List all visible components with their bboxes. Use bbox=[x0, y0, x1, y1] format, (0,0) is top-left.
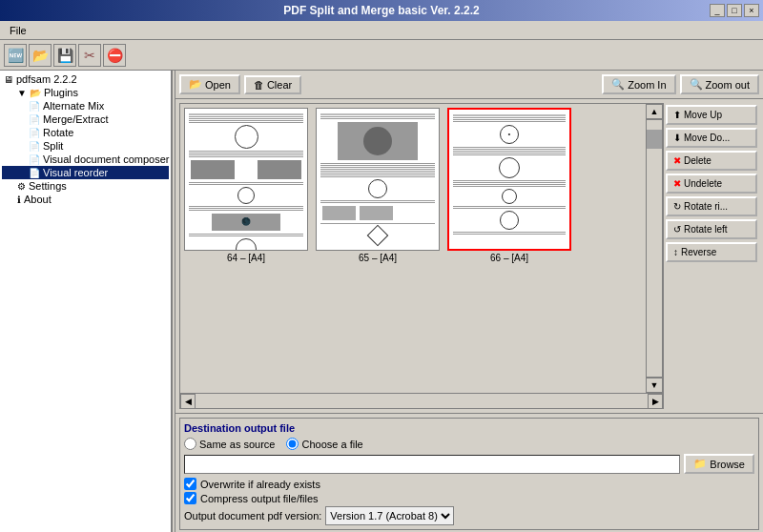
version-label: Output document pdf version: bbox=[184, 510, 321, 522]
radio-same-as-source[interactable]: Same as source bbox=[184, 438, 275, 450]
vscroll-up-button[interactable]: ▲ bbox=[646, 104, 663, 119]
overwrite-checkbox[interactable] bbox=[184, 478, 196, 490]
title-bar: PDF Split and Merge basic Ver. 2.2.2 _ □… bbox=[0, 0, 763, 21]
browse-button[interactable]: 📁 Browse bbox=[684, 454, 754, 474]
minimize-button[interactable]: _ bbox=[710, 4, 725, 17]
version-select[interactable]: Version 1.7 (Acrobat 8) bbox=[325, 506, 454, 525]
destination-panel: Destination output file Same as source C… bbox=[179, 418, 759, 530]
menu-bar: File bbox=[0, 21, 763, 40]
open-button[interactable]: 📂 bbox=[29, 44, 52, 67]
undelete-button[interactable]: ✖ Undelete bbox=[666, 174, 757, 194]
file-icon-5: 📄 bbox=[29, 154, 40, 165]
new-button[interactable]: 🆕 bbox=[4, 44, 27, 67]
page-label-66: 66 – [A4] bbox=[490, 253, 528, 263]
viewer-vscroll[interactable]: ▲ ▼ bbox=[646, 104, 663, 393]
main-layout: 🖥 pdfsam 2.2.2 ▼ 📂 Plugins 📄 Alternate M… bbox=[0, 71, 763, 532]
page-thumb-64[interactable]: 🌑 64 – [A4] bbox=[184, 108, 308, 263]
tree-plugins-label: Plugins bbox=[44, 87, 78, 98]
overwrite-row: Overwrite if already exists bbox=[184, 478, 754, 490]
right-panel: 📂 Open 🗑 Clear 🔍 Zoom In 🔍 Zoom out bbox=[175, 71, 763, 532]
tree-alternate-mix-label: Alternate Mix bbox=[43, 100, 104, 112]
vscroll-thumb[interactable] bbox=[647, 130, 662, 149]
undelete-icon: ✖ bbox=[673, 178, 681, 189]
about-icon: ℹ bbox=[17, 194, 21, 205]
tree-expand-icon: ▼ bbox=[17, 88, 27, 98]
rotate-right-button[interactable]: ↻ Rotate ri... bbox=[666, 196, 757, 216]
page-image-66[interactable]: • bbox=[447, 108, 571, 251]
bottom-section: Destination output file Same as source C… bbox=[175, 413, 763, 532]
tree-alternate-mix[interactable]: 📄 Alternate Mix bbox=[2, 99, 169, 113]
compress-row: Compress output file/files bbox=[184, 492, 754, 504]
page-image-64[interactable]: 🌑 bbox=[184, 108, 308, 251]
maximize-button[interactable]: □ bbox=[727, 4, 742, 17]
undelete-label: Undelete bbox=[684, 178, 722, 189]
tree-split-label: Split bbox=[43, 140, 63, 152]
tree-merge-extract[interactable]: 📄 Merge/Extract bbox=[2, 113, 169, 126]
zoom-in-button[interactable]: 🔍 Zoom In bbox=[602, 74, 675, 94]
tree-root-icon: 🖥 bbox=[4, 74, 13, 85]
tree-root-item[interactable]: 🖥 pdfsam 2.2.2 bbox=[2, 72, 169, 86]
close-button[interactable]: × bbox=[744, 4, 759, 17]
file-icon-6: 📄 bbox=[29, 168, 40, 178]
tree-split[interactable]: 📄 Split bbox=[2, 139, 169, 153]
save-button[interactable]: 💾 bbox=[53, 44, 76, 67]
page-label-64: 64 – [A4] bbox=[227, 253, 265, 263]
compress-label: Compress output file/files bbox=[200, 493, 319, 504]
tree-visual-doc-label: Visual document composer bbox=[43, 153, 169, 165]
folder-open-icon: 📂 bbox=[30, 88, 41, 98]
browse-icon: 📁 bbox=[693, 458, 707, 470]
file-path-input[interactable] bbox=[184, 455, 680, 474]
tree-plugins[interactable]: ▼ 📂 Plugins bbox=[2, 86, 169, 99]
zoom-out-icon: 🔍 bbox=[690, 78, 703, 91]
open-pdf-button[interactable]: 📂 Open bbox=[179, 74, 240, 94]
move-up-button[interactable]: ⬆ Move Up bbox=[666, 105, 757, 125]
zoom-in-icon: 🔍 bbox=[611, 78, 625, 91]
stop-button[interactable]: ⛔ bbox=[103, 44, 126, 67]
page-thumb-65[interactable]: 65 – [A4] bbox=[316, 108, 440, 263]
radio-same-source-input[interactable] bbox=[184, 438, 196, 450]
tree-settings[interactable]: ⚙ Settings bbox=[2, 179, 169, 193]
page-image-65[interactable] bbox=[316, 108, 440, 251]
pages-scroll[interactable]: 🌑 64 – [A4] bbox=[180, 104, 646, 393]
tree-rotate[interactable]: 📄 Rotate bbox=[2, 126, 169, 139]
reverse-label: Reverse bbox=[681, 247, 716, 257]
reverse-button[interactable]: ↕ Reverse bbox=[666, 242, 757, 262]
hscroll-left-button[interactable]: ◀ bbox=[180, 394, 196, 409]
settings-icon: ⚙ bbox=[17, 181, 26, 192]
file-icon-1: 📄 bbox=[29, 101, 40, 112]
clear-button[interactable]: 🗑 Clear bbox=[244, 75, 301, 94]
move-down-label: Move Do... bbox=[684, 133, 730, 143]
file-icon-4: 📄 bbox=[29, 141, 40, 152]
hscroll-right-button[interactable]: ▶ bbox=[648, 394, 663, 409]
hscroll-track[interactable] bbox=[196, 394, 648, 408]
move-up-icon: ⬆ bbox=[673, 110, 681, 120]
move-down-button[interactable]: ⬇ Move Do... bbox=[666, 128, 757, 148]
delete-icon: ✖ bbox=[673, 155, 681, 166]
page-label-65: 65 – [A4] bbox=[359, 253, 397, 263]
browse-label: Browse bbox=[710, 459, 745, 470]
open-folder-icon: 📂 bbox=[189, 78, 202, 91]
tree-about[interactable]: ℹ About bbox=[2, 193, 169, 206]
tree-rotate-label: Rotate bbox=[43, 127, 73, 138]
tree-about-label: About bbox=[24, 194, 52, 205]
delete-button[interactable]: ✖ Delete bbox=[666, 151, 757, 171]
rotate-left-button[interactable]: ↺ Rotate left bbox=[666, 219, 757, 239]
rotate-right-icon: ↻ bbox=[673, 201, 681, 212]
vscroll-track[interactable] bbox=[646, 119, 663, 378]
file-row: 📁 Browse bbox=[184, 454, 754, 474]
menu-file[interactable]: File bbox=[4, 23, 32, 38]
page-thumb-66[interactable]: • bbox=[447, 108, 571, 263]
tree-visual-reorder[interactable]: 📄 Visual reorder bbox=[2, 166, 169, 179]
file-icon-3: 📄 bbox=[29, 128, 40, 138]
vscroll-down-button[interactable]: ▼ bbox=[646, 378, 663, 393]
move-up-label: Move Up bbox=[684, 110, 722, 120]
zoom-out-button[interactable]: 🔍 Zoom out bbox=[680, 74, 759, 94]
radio-choose-file[interactable]: Choose a file bbox=[286, 438, 362, 450]
action-buttons: ⬆ Move Up ⬇ Move Do... ✖ Delete ✖ Undele… bbox=[664, 103, 759, 409]
tree-visual-doc[interactable]: 📄 Visual document composer bbox=[2, 153, 169, 166]
radio-choose-file-input[interactable] bbox=[286, 438, 299, 450]
compress-checkbox[interactable] bbox=[184, 492, 196, 504]
cut-button[interactable]: ✂ bbox=[78, 44, 101, 67]
delete-label: Delete bbox=[684, 155, 711, 166]
zoom-in-label: Zoom In bbox=[628, 79, 666, 91]
